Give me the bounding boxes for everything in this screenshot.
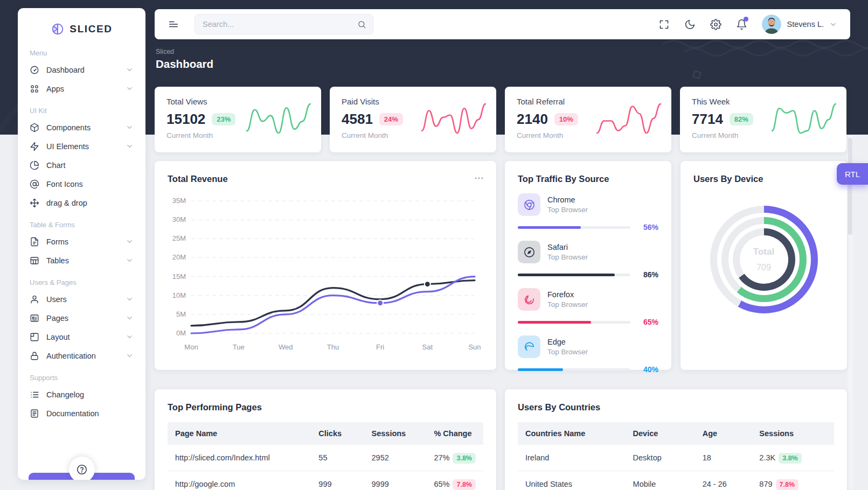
chevron-down-icon <box>126 333 134 341</box>
sidebar-item-tables[interactable]: Tables <box>30 251 134 270</box>
total-revenue-panel: Total Revenue 0M5M10M15M20M25M30M35MMonT… <box>155 161 496 370</box>
box-icon <box>30 123 39 132</box>
sidebar-item-font-icons[interactable]: Font Icons <box>30 174 134 193</box>
more-options-icon[interactable] <box>474 173 484 184</box>
document-icon <box>30 409 39 418</box>
sidebar-item-drag-drop[interactable]: drag & drop <box>30 193 134 212</box>
user-name: Stevens L. <box>787 20 824 29</box>
sidebar-item-dashboard[interactable]: Dashboard <box>30 60 134 79</box>
sidebar-item-pages[interactable]: Pages <box>30 309 134 327</box>
traffic-item-safari: Safari Top Browser 86% <box>518 241 658 279</box>
user-icon <box>30 295 39 304</box>
traffic-percent: 56% <box>637 223 658 232</box>
progress-fill <box>518 368 563 371</box>
sidebar-item-chart[interactable]: Chart <box>30 156 134 174</box>
dark-mode-moon-icon[interactable] <box>684 19 696 30</box>
col-header: Page Name <box>168 422 311 445</box>
svg-text:Wed: Wed <box>279 343 293 351</box>
brand-logo[interactable]: SLICED <box>18 8 145 40</box>
pages-table: Page Name Clicks Sessions % Change http:… <box>168 422 483 490</box>
user-menu[interactable]: Stevens L. <box>762 15 837 34</box>
notification-dot <box>744 17 748 22</box>
chevron-down-icon <box>126 314 134 322</box>
page-title: Dashboard <box>156 58 213 71</box>
fullscreen-icon[interactable] <box>658 19 670 30</box>
change-badge: 3.8% <box>779 453 802 464</box>
svg-text:Sun: Sun <box>468 343 481 351</box>
chevron-down-icon <box>126 85 134 93</box>
stat-card-total-views: Total Views 15102 23% Current Month <box>155 87 321 152</box>
chevron-down-icon <box>126 352 134 360</box>
chevron-down-icon <box>126 123 134 131</box>
sidebar-item-changelog[interactable]: Changelog <box>30 385 134 404</box>
chevron-down-icon <box>126 256 134 264</box>
sidebar-item-layout[interactable]: Layout <box>30 327 134 346</box>
svg-text:15M: 15M <box>172 272 186 281</box>
table-row: United States Mobile 24 - 26 8797.8% <box>518 471 834 490</box>
stat-badge: 23% <box>212 113 235 125</box>
file-text-icon <box>30 237 39 247</box>
progress-fill <box>518 321 591 324</box>
zap-icon <box>30 142 39 151</box>
rtl-toggle-button[interactable]: RTL <box>837 163 868 185</box>
svg-text:Tue: Tue <box>233 343 245 351</box>
panel-title: Users By Countries <box>518 402 834 412</box>
help-button[interactable] <box>69 457 95 480</box>
table-row: http://sliced.com/Index.html 55 2952 27%… <box>168 445 483 471</box>
lock-icon <box>30 351 39 361</box>
safari-icon <box>518 241 540 263</box>
sidebar-item-apps[interactable]: Apps <box>30 79 134 98</box>
sidebar-item-forms[interactable]: Forms <box>30 232 134 251</box>
layout-icon <box>30 332 39 342</box>
at-sign-icon <box>30 179 39 189</box>
pages-card-icon <box>30 313 39 323</box>
search-icon[interactable] <box>357 20 366 29</box>
traffic-percent: 65% <box>637 318 658 326</box>
sparkline-chart <box>770 102 838 136</box>
countries-table: Countries Name Device Age Sessions Irela… <box>518 422 834 490</box>
stat-value: 2140 <box>517 111 548 128</box>
settings-gear-icon[interactable] <box>710 19 721 30</box>
search-input[interactable] <box>202 19 357 29</box>
progress-track <box>518 226 630 229</box>
col-header: Age <box>695 422 752 445</box>
sliced-logo-icon <box>51 22 65 36</box>
pie-chart-icon <box>30 160 39 170</box>
panel-title: Top Traffic By Source <box>518 174 658 184</box>
nav-section-table-forms: Table & Forms <box>30 221 134 229</box>
device-radial-chart: Total 709 <box>710 206 818 313</box>
traffic-item-firefox: Forefox Top Browser 65% <box>518 288 658 326</box>
page-scrollbar[interactable] <box>848 135 853 490</box>
panel-title: Users By Device <box>693 174 834 184</box>
sparkline-chart <box>245 102 313 136</box>
chevron-down-icon <box>126 142 134 150</box>
table-row: http://google.com 999 9999 65%7.8% <box>168 471 483 490</box>
progress-track <box>518 368 630 371</box>
users-by-countries-panel: Users By Countries Countries Name Device… <box>505 389 847 490</box>
stat-badge: 10% <box>554 113 578 125</box>
sidebar-item-authentication[interactable]: Authentication <box>30 346 134 365</box>
nav-section-menu: Menu <box>30 49 134 57</box>
sidebar-item-components[interactable]: Components <box>30 118 134 137</box>
svg-text:0M: 0M <box>176 329 186 337</box>
stats-row: Total Views 15102 23% Current Month Paid… <box>155 87 846 152</box>
panel-title: Total Revenue <box>168 174 483 184</box>
sidebar-item-documentation[interactable]: Documentation <box>30 404 134 423</box>
sidebar-item-ui-elements[interactable]: UI Elements <box>30 137 134 156</box>
sidebar-item-users[interactable]: Users <box>30 290 134 309</box>
traffic-by-source-panel: Top Traffic By Source Chrome Top Browser… <box>505 161 671 370</box>
traffic-percent: 86% <box>637 270 658 279</box>
screen: RTL SLICED Menu Dashboard Apps <box>0 0 868 490</box>
nav-section-users-pages: Users & Pages <box>30 278 134 286</box>
nav-section-supports: Supports <box>30 374 134 382</box>
col-header: Sessions <box>364 422 427 445</box>
breadcrumb[interactable]: Sliced <box>156 48 174 55</box>
progress-fill <box>518 274 615 276</box>
menu-toggle-icon[interactable] <box>168 18 179 30</box>
scrollbar-thumb[interactable] <box>848 138 852 235</box>
topbar-actions: Stevens L. <box>658 15 837 34</box>
stat-badge: 24% <box>379 113 403 125</box>
col-header: % Change <box>426 422 483 445</box>
notifications-bell-icon[interactable] <box>736 19 747 30</box>
progress-track <box>518 274 630 276</box>
